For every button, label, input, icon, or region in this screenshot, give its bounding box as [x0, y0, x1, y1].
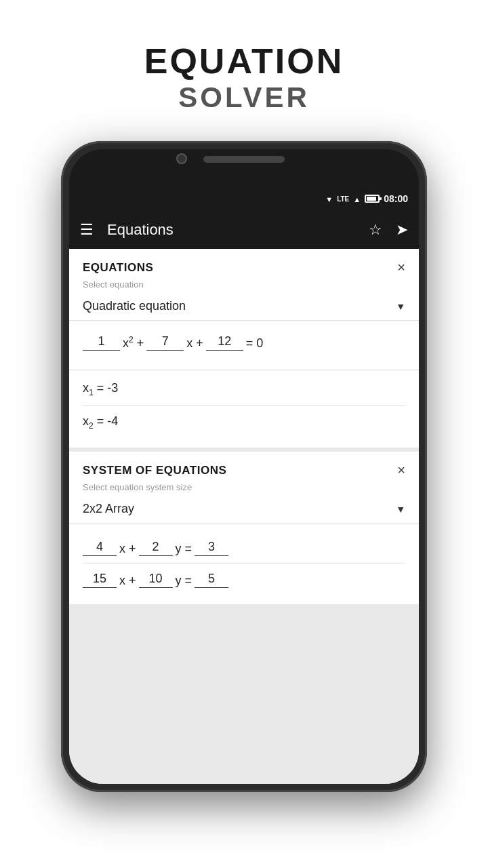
phone-speaker [203, 156, 285, 163]
system-card-header: SYSTEM OF EQUATIONS × [69, 452, 419, 482]
status-bar: LTE 08:00 [69, 186, 419, 211]
system-size-value: 2x2 Array [83, 502, 134, 516]
system-card-title: SYSTEM OF EQUATIONS [83, 464, 226, 477]
equals-zero-label: = 0 [246, 336, 264, 351]
system-size-dropdown[interactable]: 2x2 Array ▼ [69, 495, 419, 524]
coeff-b-field[interactable]: 7 [146, 333, 184, 351]
dropdown-arrow-icon: ▼ [396, 301, 405, 312]
app-title-area: EQUATION SOLVER [0, 0, 488, 141]
phone-mockup: LTE 08:00 ☰ Equations ☆ ➤ [61, 141, 427, 792]
sub-2: 2 [89, 420, 94, 430]
sys-rhs-row2[interactable]: 5 [195, 570, 228, 588]
solution-1-label: x1 = -3 [83, 381, 118, 395]
status-icons: LTE 08:00 [325, 193, 408, 204]
sys-coeff1-row2[interactable]: 15 [83, 570, 117, 588]
hamburger-menu[interactable]: ☰ [80, 221, 94, 239]
signal-icon [353, 194, 361, 204]
system-equations-area: 4 x + 2 y = 3 15 x + 10 y = [69, 524, 419, 604]
coeff-c-field[interactable]: 12 [206, 333, 243, 351]
system-subtitle: Select equation system size [69, 482, 419, 495]
equation-row: 1 x2 + 7 x + 12 = 0 [83, 333, 405, 351]
solution-2-value: -4 [107, 414, 118, 428]
power-label: 2 [129, 335, 134, 344]
equations-card-title: EQUATIONS [83, 261, 153, 275]
solution-1-value: -3 [107, 381, 118, 395]
equations-subtitle: Select equation [69, 279, 419, 292]
app-title-line2: SOLVER [0, 81, 488, 114]
phone-inner: LTE 08:00 ☰ Equations ☆ ➤ [69, 149, 419, 784]
sys-coeff1-row1[interactable]: 4 [83, 538, 117, 556]
solution-2-label: x2 = -4 [83, 414, 118, 428]
equations-card: EQUATIONS × Select equation Quadratic eq… [69, 249, 419, 448]
solution-row-1: x1 = -3 [83, 373, 405, 406]
quadratic-equation-area: 1 x2 + 7 x + 12 = 0 [69, 321, 419, 370]
x-label: x + [186, 336, 203, 351]
clock: 08:00 [384, 193, 408, 204]
battery-icon [365, 195, 380, 203]
nav-bar: ☰ Equations ☆ ➤ [69, 211, 419, 249]
app-title-line1: EQUATION [0, 41, 488, 81]
coeff-a-field[interactable]: 1 [83, 333, 120, 351]
x-squared-label: x2 + [123, 335, 144, 351]
phone-screen: LTE 08:00 ☰ Equations ☆ ➤ [69, 186, 419, 784]
sys-var2-row2: y = [176, 574, 192, 588]
system-dropdown-arrow-icon: ▼ [396, 504, 405, 515]
equation-type-value: Quadratic equation [83, 299, 186, 313]
equations-close-button[interactable]: × [397, 260, 405, 275]
sys-var1-row2: x + [119, 574, 136, 588]
sub-1: 1 [89, 388, 94, 397]
sys-var2-row1: y = [176, 542, 192, 556]
solution-area: x1 = -3 x2 = -4 [69, 370, 419, 448]
screen-content[interactable]: EQUATIONS × Select equation Quadratic eq… [69, 249, 419, 784]
equation-type-dropdown[interactable]: Quadratic equation ▼ [69, 292, 419, 321]
system-equations-card: SYSTEM OF EQUATIONS × Select equation sy… [69, 452, 419, 604]
system-eq-row-2: 15 x + 10 y = 5 [83, 564, 405, 595]
star-icon[interactable]: ☆ [369, 221, 382, 239]
sys-coeff2-row2[interactable]: 10 [139, 570, 173, 588]
system-eq-row-1: 4 x + 2 y = 3 [83, 532, 405, 564]
phone-outer: LTE 08:00 ☰ Equations ☆ ➤ [61, 141, 427, 792]
share-icon[interactable]: ➤ [396, 221, 408, 239]
sys-rhs-row1[interactable]: 3 [195, 538, 228, 556]
sys-var1-row1: x + [119, 542, 136, 556]
solution-row-2: x2 = -4 [83, 406, 405, 439]
system-close-button[interactable]: × [397, 462, 405, 478]
nav-icons: ☆ ➤ [369, 221, 408, 239]
phone-camera [176, 153, 187, 164]
wifi-icon [325, 194, 333, 204]
sys-coeff2-row1[interactable]: 2 [139, 538, 173, 556]
nav-title: Equations [107, 221, 369, 239]
equations-card-header: EQUATIONS × [69, 249, 419, 279]
lte-icon: LTE [337, 195, 349, 203]
